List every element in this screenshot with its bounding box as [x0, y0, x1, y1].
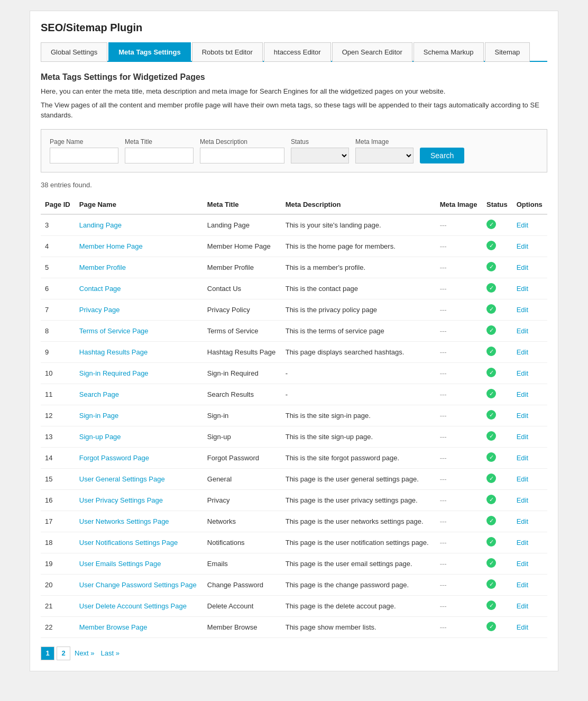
tabs-container: Global Settings Meta Tags Settings Robot… [41, 42, 547, 62]
cell-status [482, 341, 512, 362]
meta-image-select[interactable]: Yes No [355, 148, 414, 163]
cell-meta-title: Sign-in [203, 405, 281, 426]
cell-meta-title: Privacy [203, 489, 281, 511]
next-page[interactable]: Next » [72, 648, 97, 658]
cell-meta-image: --- [436, 511, 482, 532]
cell-meta-image: --- [436, 320, 482, 341]
page-name-link[interactable]: User Notifications Settings Page [79, 539, 178, 547]
col-meta-title: Meta Title [203, 195, 281, 214]
cell-options: Edit [512, 489, 547, 511]
page-name-link[interactable]: Landing Page [79, 221, 122, 229]
col-options: Options [512, 195, 547, 214]
page-name-link[interactable]: Sign-in Required Page [79, 369, 149, 377]
page-name-link[interactable]: User Change Password Settings Page [79, 581, 197, 589]
edit-link[interactable]: Edit [517, 263, 528, 271]
table-row: 20 User Change Password Settings Page Ch… [41, 574, 547, 595]
meta-title-group: Meta Title [125, 138, 194, 163]
edit-link[interactable]: Edit [517, 242, 528, 250]
cell-meta-title: Landing Page [203, 214, 281, 236]
edit-link[interactable]: Edit [517, 623, 528, 631]
page-name-link[interactable]: Member Profile [79, 263, 126, 271]
cell-page-name: Forgot Password Page [75, 447, 203, 468]
tab-schema-markup[interactable]: Schema Markup [414, 42, 484, 62]
table-row: 9 Hashtag Results Page Hashtag Results P… [41, 341, 547, 362]
search-button[interactable]: Search [420, 148, 464, 163]
page-name-link[interactable]: User General Settings Page [79, 475, 165, 483]
page-name-link[interactable]: Forgot Password Page [79, 454, 149, 462]
edit-link[interactable]: Edit [517, 517, 528, 525]
page-name-link[interactable]: User Delete Account Settings Page [79, 602, 187, 610]
edit-link[interactable]: Edit [517, 496, 528, 504]
cell-meta-image: --- [436, 405, 482, 426]
page-name-link[interactable]: Hashtag Results Page [79, 348, 148, 356]
tab-robots-txt-editor[interactable]: Robots txt Editor [192, 42, 263, 62]
tab-sitemap[interactable]: Sitemap [485, 42, 530, 62]
page-2[interactable]: 2 [57, 647, 70, 660]
edit-link[interactable]: Edit [517, 412, 528, 420]
cell-status [482, 574, 512, 595]
page-name-link[interactable]: Sign-in Page [79, 412, 118, 420]
cell-meta-image: --- [436, 341, 482, 362]
edit-link[interactable]: Edit [517, 560, 528, 568]
status-icon [486, 495, 496, 504]
edit-link[interactable]: Edit [517, 306, 528, 314]
cell-meta-image: --- [436, 257, 482, 278]
cell-page-id: 9 [41, 341, 75, 362]
edit-link[interactable]: Edit [517, 581, 528, 589]
edit-link[interactable]: Edit [517, 327, 528, 335]
page-name-link[interactable]: User Networks Settings Page [79, 517, 169, 525]
status-icon [486, 304, 496, 314]
edit-link[interactable]: Edit [517, 369, 528, 377]
page-name-input[interactable] [50, 148, 118, 163]
table-row: 8 Terms of Service Page Terms of Service… [41, 320, 547, 341]
table-row: 4 Member Home Page Member Home Page This… [41, 235, 547, 257]
col-status: Status [482, 195, 512, 214]
table-row: 5 Member Profile Member Profile This is … [41, 257, 547, 278]
status-select[interactable]: Active Inactive [291, 148, 349, 163]
page-name-link[interactable]: Search Page [79, 390, 119, 398]
edit-link[interactable]: Edit [517, 602, 528, 610]
page-name-link[interactable]: User Privacy Settings Page [79, 496, 163, 504]
edit-link[interactable]: Edit [517, 433, 528, 441]
app-title: SEO/Sitemap Plugin [41, 22, 547, 34]
page-1[interactable]: 1 [41, 647, 54, 660]
page-name-link[interactable]: Member Browse Page [79, 623, 148, 631]
cell-meta-image: --- [436, 362, 482, 384]
edit-link[interactable]: Edit [517, 454, 528, 462]
cell-meta-desc: This is a member's profile. [281, 257, 436, 278]
page-name-link[interactable]: Sign-up Page [79, 433, 121, 441]
tab-global-settings[interactable]: Global Settings [41, 42, 107, 62]
edit-link[interactable]: Edit [517, 475, 528, 483]
tab-htaccess-editor[interactable]: htaccess Editor [264, 42, 331, 62]
page-name-link[interactable]: User Emails Settings Page [79, 560, 161, 568]
tab-meta-tags-settings[interactable]: Meta Tags Settings [108, 42, 191, 62]
page-name-link[interactable]: Terms of Service Page [79, 327, 149, 335]
cell-page-name: Privacy Page [75, 299, 203, 320]
edit-link[interactable]: Edit [517, 539, 528, 547]
edit-link[interactable]: Edit [517, 390, 528, 398]
cell-meta-image: --- [436, 447, 482, 468]
edit-link[interactable]: Edit [517, 348, 528, 356]
edit-link[interactable]: Edit [517, 221, 528, 229]
meta-title-input[interactable] [125, 148, 194, 163]
cell-options: Edit [512, 426, 547, 447]
cell-meta-title: Search Results [203, 384, 281, 405]
meta-image-group: Meta Image Yes No [355, 138, 414, 163]
page-name-link[interactable]: Member Home Page [79, 242, 143, 250]
cell-options: Edit [512, 616, 547, 638]
pagination: 1 2 Next » Last » [41, 647, 547, 660]
cell-meta-image: --- [436, 532, 482, 553]
edit-link[interactable]: Edit [517, 285, 528, 293]
cell-page-id: 11 [41, 384, 75, 405]
page-name-link[interactable]: Contact Page [79, 285, 121, 293]
cell-status [482, 511, 512, 532]
tab-open-search-editor[interactable]: Open Search Editor [332, 42, 412, 62]
col-meta-desc: Meta Description [281, 195, 436, 214]
meta-desc-input[interactable] [200, 148, 284, 163]
cell-meta-desc: This page is the user networks settings … [281, 511, 436, 532]
last-page[interactable]: Last » [99, 648, 122, 658]
table-row: 10 Sign-in Required Page Sign-in Require… [41, 362, 547, 384]
page-name-link[interactable]: Privacy Page [79, 306, 120, 314]
cell-meta-desc: This page is the user privacy settings p… [281, 489, 436, 511]
col-meta-image: Meta Image [436, 195, 482, 214]
